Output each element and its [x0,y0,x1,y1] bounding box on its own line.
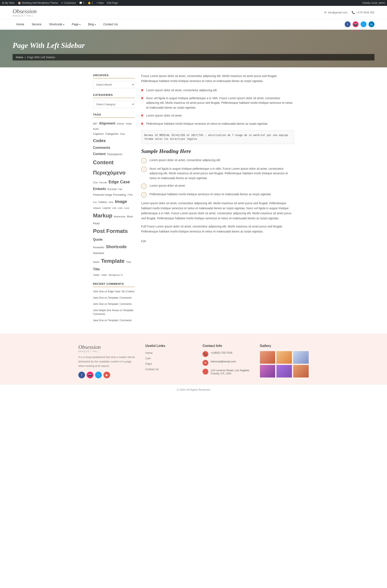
admin-theme[interactable]: 🏠 Wedding Hall Wordpress Theme [18,1,58,4]
gallery-thumb-1[interactable] [260,351,275,364]
tag-title[interactable]: Title [93,267,100,271]
comment-author-3[interactable]: John Doe [93,303,104,306]
nav-home[interactable]: Home [13,19,28,29]
tag-markup[interactable]: Markup [93,212,112,219]
comment-author-2[interactable]: Jane Doe [93,296,104,299]
tag-captions[interactable]: Captions [93,132,104,135]
admin-edit-page[interactable]: Edit Page [107,1,118,4]
footer-useful-links: Useful Links Home Cart Faq's Contact Us [145,344,194,378]
tag-comments[interactable]: Comments [93,146,110,149]
tag-jetpack[interactable]: Jetpack [93,207,101,209]
gallery-thumb-2[interactable] [276,351,292,364]
comment-post-1[interactable]: Edge Case: No Content [108,290,135,293]
tag-layout[interactable]: Layout [102,206,111,210]
tag-love[interactable]: Love [124,207,129,209]
nav-service[interactable]: Service [28,19,45,29]
footer-link-faqs[interactable]: Faq's [145,362,152,365]
breadcrumb-home[interactable]: Home [16,56,23,59]
tag-codex[interactable]: Codex [93,138,106,143]
tag-readability[interactable]: Readability [93,246,104,249]
tag-lists[interactable]: Lists [118,207,123,209]
admin-bar: ⊞ My Sites 🏠 Wedding Hall Wordpress Them… [0,0,387,6]
footer-social-instagram[interactable]: 📷 [87,372,93,378]
footer-link-contact[interactable]: Contact Us [145,368,159,371]
tag-quote[interactable]: Quote [93,238,103,241]
tag-starlst[interactable]: Starlst [93,261,99,263]
nav-shortcode[interactable]: Shortcode [45,19,68,29]
tag-excerpt[interactable]: Excerpt [108,188,117,191]
social-facebook[interactable]: f [345,21,351,27]
gallery-thumb-5[interactable] [276,365,292,378]
footer-link-home[interactable]: Home [145,351,153,355]
tag-featured[interactable]: Featured Image Formatting [93,193,126,196]
tag-fun[interactable]: Fun [93,201,97,203]
admin-customize[interactable]: ✏ Customize [61,1,76,4]
tag-embeds[interactable]: Embeds [93,187,106,191]
tag-mothership[interactable]: Mothership [114,215,125,218]
categories-title: Categories [93,93,135,98]
tag-template[interactable]: Template [101,258,125,264]
footer-grid: Obsession Banquet Hall It is a long esta… [78,344,309,378]
footer-social-twitter[interactable]: 🐦 [95,372,102,378]
nav-blog[interactable]: Blog [84,19,99,29]
comment-author-5[interactable]: Jane Doe [93,319,104,322]
tag-dscode[interactable]: Dscode [99,181,107,184]
archives-select[interactable]: Select Month [93,81,135,88]
gallery-thumb-4[interactable] [260,365,275,378]
comment-author-1[interactable]: John Doe [93,290,104,293]
tag-link[interactable]: Link [112,207,116,209]
tag-content-gr[interactable]: Περιεχόμενο [107,152,122,156]
comment-author-4[interactable]: John Maplo Doe Nroue [93,309,119,312]
tag-html[interactable]: Html [109,201,114,203]
tag-articles[interactable]: Articles [117,122,124,125]
tag-chat[interactable]: Chat [120,133,125,135]
tag-bbt[interactable]: BBT [93,122,97,125]
site-header: Obsession Banquet Hall ✉ info@gmail.com … [0,6,387,19]
tag-css[interactable]: Css [93,181,98,184]
nav-contact[interactable]: Contact Us [99,19,121,29]
footer-social-facebook[interactable]: f [78,372,85,378]
tag-content[interactable]: Content [93,152,106,156]
tag-video[interactable]: Video [101,274,107,276]
tag-audio[interactable]: Audio [93,128,99,130]
edit-link[interactable]: Edit [141,240,146,243]
footer-social-youtube[interactable]: ▶ [103,372,110,378]
navigation: Home Service Shortcode Page Blog Contact… [0,19,387,30]
tag-post-formats[interactable]: Post Formats [93,228,128,234]
social-twitter[interactable]: 🐦 [361,21,366,27]
admin-user: Howdy, luzuk_demo [363,1,385,4]
social-instagram[interactable]: 📷 [353,21,359,27]
tag-twitter[interactable]: Twitter [93,274,100,276]
tags-cloud: BBT Alignment Articles Aside Audio Capti… [93,120,135,277]
tag-aside[interactable]: Aside [126,122,132,125]
comment-post-2[interactable]: Template: Comments [108,296,132,299]
tag-wordpress-tv[interactable]: Wordpress.Tv [109,274,123,276]
tag-ftw[interactable]: FTW [128,193,133,196]
admin-new[interactable]: + New [96,1,104,4]
gallery-thumb-3[interactable] [293,351,309,364]
tag-alignment[interactable]: Alignment [99,122,115,125]
tag-tiled[interactable]: Tiled [126,261,131,263]
categories-select[interactable]: Select Category [93,101,135,108]
tag-fail[interactable]: Fail [118,188,122,190]
footer-link-cart[interactable]: Cart [145,357,151,360]
tag-gallery[interactable]: Gallery [98,200,107,204]
tag-standard[interactable]: Standard [93,252,104,255]
social-linkedin[interactable]: in [368,21,374,27]
tag-image[interactable]: Image [115,199,127,204]
comment-post-3[interactable]: Template: Comments [108,303,132,306]
nav-page[interactable]: Page [68,19,84,29]
tag-content-full[interactable]: Content Περιεχόμενο [93,159,125,176]
numbered-item-2: 2 Nunc vel ligula in augue tristique pel… [141,166,294,180]
gallery-thumb-6[interactable] [293,365,309,378]
tag-categories[interactable]: Categories [105,132,118,135]
recent-comments-section: Recent Comments John Doe on Edge Case: N… [93,282,135,322]
admin-notifications[interactable]: 🔔 1 [88,1,93,4]
comment-item: Jane Doe on Template: Comments [93,318,135,322]
tag-shortcode[interactable]: Shortcode [106,244,127,249]
tag-edge-case[interactable]: Edge Case [109,180,130,184]
footer-logo-sub: Banquet Hall [78,350,137,353]
comment-post-5[interactable]: Template: Comments [108,319,132,322]
admin-my-sites[interactable]: ⊞ My Sites [2,1,14,4]
admin-comments[interactable]: 💬 1 [79,1,84,4]
